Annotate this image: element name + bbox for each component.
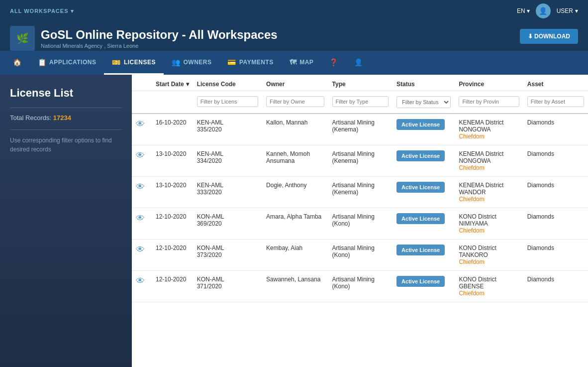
nav-home[interactable]: 🏠 <box>5 51 30 75</box>
th-start-date[interactable]: Start Date ▾ <box>152 75 193 91</box>
license-table: Start Date ▾ License Code Owner Type <box>132 75 588 302</box>
nav-owners-label: OWNERS <box>183 59 211 66</box>
type-cell-0: Artisanal Mining (Kenema) <box>328 114 393 145</box>
status-badge-1: Active License <box>396 150 445 161</box>
nav-applications[interactable]: 📋 APPLICATIONS <box>30 51 104 75</box>
province-cell-0: KENEMA District NONGOWA Chiefdom <box>455 114 523 145</box>
status-badge-5: Active License <box>396 276 445 287</box>
type-cell-4: Artisanal Mining (Kono) <box>328 240 393 271</box>
view-cell-0: 👁 <box>132 114 152 145</box>
table-row: 👁 12-10-2020 KON-AML373/2020 Kembay, Aia… <box>132 240 588 271</box>
chiefdom-0: Chiefdom <box>459 133 484 140</box>
owner-cell-5: Sawanneh, Lansana <box>262 271 328 302</box>
top-bar-left: ALL WORKSPACES ▾ <box>10 8 74 14</box>
applications-icon: 📋 <box>38 58 47 66</box>
help-icon: ❓ <box>329 58 338 66</box>
chevron-down-icon: ▾ <box>71 8 74 14</box>
filter-type-cell <box>328 91 393 114</box>
nav-payments[interactable]: 💳 PAYMENTS <box>219 51 281 75</box>
province-cell-2: KENEMA District WANDOR Chiefdom <box>455 177 523 208</box>
sidebar-divider <box>10 108 122 108</box>
nav-map[interactable]: 🗺 MAP <box>282 51 322 75</box>
table-row: 👁 13-10-2020 KEN-AML334/2020 Kanneh, Mom… <box>132 145 588 177</box>
asset-cell-0: Diamonds <box>523 114 588 145</box>
nav-owners[interactable]: 👥 OWNERS <box>164 51 220 75</box>
header: 🌿 GoSL Online Repository - All Workspace… <box>0 22 588 51</box>
asset-cell-3: Diamonds <box>523 208 588 240</box>
view-cell-1: 👁 <box>132 145 152 177</box>
province-cell-1: KENEMA District NONGOWA Chiefdom <box>455 145 523 177</box>
download-button[interactable]: ⬇ DOWNLOAD <box>520 29 578 44</box>
asset-filter-input[interactable] <box>527 96 584 107</box>
th-status: Status <box>392 75 455 91</box>
main-layout: License List Total Records: 17234 Use co… <box>0 75 588 367</box>
type-filter-input[interactable] <box>332 96 389 107</box>
filter-status-cell: Filter by Status ▾ <box>392 91 455 114</box>
view-icon-3[interactable]: 👁 <box>136 213 145 223</box>
app-subtitle: National Minerals Agency , Sierra Leone <box>41 43 278 49</box>
status-badge-2: Active License <box>396 182 445 193</box>
filter-province-cell <box>455 91 523 114</box>
license-code-cell-5: KON-AML371/2020 <box>193 271 262 302</box>
view-cell-4: 👁 <box>132 240 152 271</box>
filter-row: Filter by Status ▾ <box>132 91 588 114</box>
filter-date-cell <box>152 91 193 114</box>
status-cell-4: Active License <box>392 240 455 271</box>
nav-licenses[interactable]: 🎫 LICENSES <box>104 51 164 75</box>
nav-help[interactable]: ❓ <box>321 51 346 75</box>
view-icon-5[interactable]: 👁 <box>136 276 145 286</box>
logo: 🌿 <box>10 26 35 51</box>
sidebar-divider-2 <box>10 129 122 130</box>
date-cell-3: 12-10-2020 <box>152 208 193 240</box>
language-button[interactable]: EN ▾ <box>517 7 530 14</box>
view-icon-4[interactable]: 👁 <box>136 245 145 254</box>
map-icon: 🗺 <box>290 58 297 66</box>
th-view <box>132 75 152 91</box>
licenses-icon: 🎫 <box>112 58 121 66</box>
view-icon-1[interactable]: 👁 <box>136 150 145 160</box>
status-filter-select[interactable]: Filter by Status ▾ <box>396 96 451 108</box>
th-asset: Asset <box>523 75 588 91</box>
owner-cell-4: Kembay, Aiah <box>262 240 328 271</box>
th-type: Type <box>328 75 393 91</box>
top-bar: ALL WORKSPACES ▾ EN ▾ 👤 USER ▾ <box>0 0 588 22</box>
chevron-down-icon: ▾ <box>527 7 530 14</box>
filter-spacer <box>132 91 152 114</box>
date-cell-1: 13-10-2020 <box>152 145 193 177</box>
user-menu-button[interactable]: USER ▾ <box>557 7 578 14</box>
nav-applications-label: APPLICATIONS <box>49 59 96 66</box>
chiefdom-5: Chiefdom <box>459 290 484 297</box>
date-cell-0: 16-10-2020 <box>152 114 193 145</box>
sidebar: License List Total Records: 17234 Use co… <box>0 75 132 367</box>
th-province: Province <box>455 75 523 91</box>
province-filter-input[interactable] <box>459 96 519 107</box>
view-icon-2[interactable]: 👁 <box>136 182 145 192</box>
license-code-cell-0: KEN-AML335/2020 <box>193 114 262 145</box>
avatar: 👤 <box>536 3 551 18</box>
nav-licenses-label: LICENSES <box>124 59 156 66</box>
owner-filter-input[interactable] <box>266 96 324 107</box>
date-cell-2: 13-10-2020 <box>152 177 193 208</box>
owners-icon: 👥 <box>172 58 181 66</box>
province-cell-4: KONO District TANKORO Chiefdom <box>455 240 523 271</box>
date-cell-4: 12-10-2020 <box>152 240 193 271</box>
app-title: GoSL Online Repository - All Workspaces <box>41 28 278 42</box>
table-header-row: Start Date ▾ License Code Owner Type <box>132 75 588 91</box>
view-cell-2: 👁 <box>132 177 152 208</box>
sidebar-title: License List <box>10 87 122 100</box>
license-code-cell-1: KEN-AML334/2020 <box>193 145 262 177</box>
filter-license-cell <box>193 91 262 114</box>
chiefdom-4: Chiefdom <box>459 258 484 265</box>
all-workspaces-button[interactable]: ALL WORKSPACES ▾ <box>10 8 74 14</box>
chevron-down-icon: ▾ <box>575 7 578 14</box>
owner-cell-0: Kallon, Mannah <box>262 114 328 145</box>
license-filter-input[interactable] <box>197 96 258 107</box>
nav-profile[interactable]: 👤 <box>346 51 371 75</box>
license-code-cell-2: KEN-AML333/2020 <box>193 177 262 208</box>
th-license-code: License Code <box>193 75 262 91</box>
table-row: 👁 12-10-2020 KON-AML369/2020 Amara, Alph… <box>132 208 588 240</box>
view-cell-5: 👁 <box>132 271 152 302</box>
owner-cell-2: Dogie, Anthony <box>262 177 328 208</box>
view-icon-0[interactable]: 👁 <box>136 119 145 129</box>
total-records: Total Records: 17234 <box>10 114 122 122</box>
